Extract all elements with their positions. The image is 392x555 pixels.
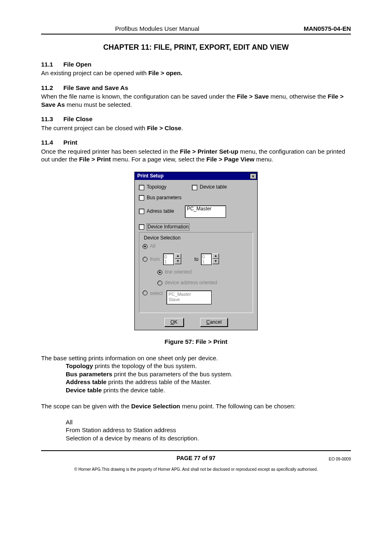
bus-parameters-label: Bus parameters — [147, 195, 182, 201]
eo-number: EO 09-0009 — [329, 456, 351, 462]
address-table-label: Adress table — [147, 208, 174, 215]
term: Device table — [66, 387, 102, 394]
select-radio[interactable] — [143, 290, 148, 295]
all-radio[interactable] — [143, 244, 148, 249]
list-item: PC_Master — [168, 292, 210, 297]
section-11-1: 11.1 File Open An existing project can b… — [41, 60, 351, 77]
dialog-titlebar: Print Setup × — [135, 172, 257, 180]
term: Address table — [66, 378, 106, 385]
bus-parameters-checkbox[interactable] — [139, 195, 144, 200]
menu-path: File > Printer Set-up — [180, 148, 238, 155]
from-spinner[interactable]: 0 1 ▲ ▼ — [163, 253, 181, 265]
topology-label: Topology — [147, 184, 166, 191]
spin-up-icon[interactable]: ▲ — [175, 253, 181, 259]
page-number: PAGE 77 of 97 — [177, 454, 216, 462]
select-label: select — [150, 290, 164, 297]
section-title: File Open — [63, 61, 91, 68]
body-text: menu must be selected. — [65, 101, 132, 108]
body-text: print the bus parameters of the bus syst… — [112, 371, 233, 378]
doc-code: MAN0575-04-EN — [304, 25, 351, 33]
to-spinner[interactable]: 0 1 ▲ ▼ — [201, 253, 219, 265]
topology-checkbox[interactable] — [139, 185, 144, 190]
copyright: © Horner APG.This drawing is the propert… — [41, 467, 351, 472]
body-text: The current project can be closed with — [41, 124, 147, 131]
menu-path: File > open. — [148, 69, 182, 76]
option-text: From Station address to Station address — [66, 426, 351, 434]
menu-path: File > Print — [79, 156, 111, 163]
body-text: menu. For a page view, select the — [111, 156, 207, 163]
option-text: Selection of a device by means of its de… — [66, 434, 351, 442]
to-value-1: 1 — [202, 259, 210, 264]
footer-rule — [41, 450, 351, 451]
menu-path: File > Page View — [206, 156, 254, 163]
body-text: prints the address table of the Master. — [106, 378, 211, 385]
all-label: All — [150, 243, 155, 250]
section-11-2: 11.2 File Save and Save As When the file… — [41, 84, 351, 109]
body-text: prints the topology of the bus system. — [93, 362, 197, 369]
term: Topology — [66, 362, 93, 369]
device-table-label: Device table — [200, 184, 227, 191]
post-figure-text: The base setting prints information on o… — [41, 354, 351, 442]
device-address-oriented-radio[interactable] — [157, 281, 162, 286]
device-address-oriented-label: device address oriented — [165, 280, 217, 286]
body-text: prints the device table. — [102, 387, 165, 394]
from-radio[interactable] — [143, 257, 148, 262]
term: Device Selection — [131, 403, 180, 410]
footer-row: PAGE 77 of 97 EO 09-0009 — [41, 454, 351, 462]
spin-down-icon[interactable]: ▼ — [212, 259, 219, 264]
body-text: When the file name is known, the configu… — [41, 93, 237, 100]
body-text: The scope can be given with the — [41, 403, 131, 410]
section-title: File Save and Save As — [63, 84, 128, 91]
from-value-0: 0 — [164, 254, 173, 259]
menu-path: File > Save — [237, 93, 269, 100]
line-oriented-label: line oriented — [165, 269, 191, 276]
body-text: An existing project can be opened with — [41, 69, 148, 76]
figure-caption: Figure 57: File > Print — [41, 338, 351, 346]
ok-button[interactable]: OK — [164, 318, 184, 327]
section-11-4: 11.4 Print Once the required printer has… — [41, 138, 351, 164]
from-label: from — [150, 256, 161, 263]
device-selection-legend: Device Selection — [143, 235, 182, 242]
body-text: . — [181, 124, 183, 131]
line-oriented-radio[interactable] — [157, 270, 162, 275]
section-number: 11.3 — [41, 115, 62, 123]
device-selection-group: Device Selection All from 0 1 ▲ — [139, 232, 253, 313]
to-value-0: 0 — [202, 254, 210, 259]
device-information-checkbox[interactable] — [139, 224, 144, 230]
print-setup-dialog: Print Setup × Topology Device table Bus … — [134, 172, 258, 330]
section-title: Print — [63, 139, 77, 146]
dialog-title: Print Setup — [137, 173, 164, 180]
chapter-title: CHAPTER 11: FILE, PRINT, EXPORT, EDIT AN… — [41, 43, 351, 52]
section-title: File Close — [63, 115, 92, 122]
body-text: menu point. The following can be chosen: — [180, 403, 296, 410]
section-11-3: 11.3 File Close The current project can … — [41, 115, 351, 132]
from-value-1: 1 — [164, 259, 173, 264]
select-listbox[interactable]: PC_Master Slave — [166, 290, 212, 304]
term: Bus parameters — [66, 371, 112, 378]
body-text: menu. — [254, 156, 273, 163]
cancel-button[interactable]: Cancel — [200, 318, 228, 327]
menu-path: File > Close — [147, 124, 182, 131]
body-text: The base setting prints information on o… — [41, 354, 351, 362]
section-number: 11.4 — [41, 138, 62, 147]
spin-down-icon[interactable]: ▼ — [175, 259, 181, 264]
section-number: 11.2 — [41, 84, 62, 92]
close-icon[interactable]: × — [250, 173, 256, 179]
spin-up-icon[interactable]: ▲ — [212, 253, 219, 259]
address-table-checkbox[interactable] — [139, 209, 144, 214]
figure-container: Print Setup × Topology Device table Bus … — [41, 172, 351, 330]
manual-title: Profibus Modules User Manual — [41, 25, 199, 33]
address-table-field[interactable]: PC_Master — [185, 205, 226, 218]
page-header: Profibus Modules User Manual MAN0575-04-… — [41, 25, 351, 35]
body-text: Once the required printer has been selec… — [41, 148, 180, 155]
to-label: to — [194, 256, 198, 263]
device-table-checkbox[interactable] — [192, 185, 197, 190]
list-item: Slave — [168, 297, 210, 302]
option-text: All — [66, 418, 351, 426]
section-number: 11.1 — [41, 60, 62, 69]
body-text: menu, otherwise the — [269, 93, 327, 100]
device-information-label: Device Information — [147, 223, 189, 231]
